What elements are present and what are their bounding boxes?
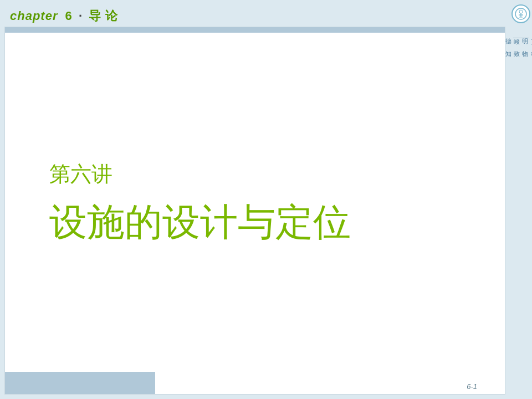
- header-nav: 导 论: [89, 9, 118, 23]
- sidebar-divider: [513, 38, 529, 38]
- chapter-word: chapter: [10, 9, 58, 23]
- slide-container: 第六讲 设施的设计与定位 6-1: [4, 27, 505, 395]
- svg-point-1: [519, 10, 523, 13]
- main-area: chapter 6 · 导 论 第六讲 设施的设计与定位 6-1: [0, 0, 510, 399]
- slide-content: 第六讲 设施的设计与定位: [5, 33, 505, 372]
- bottom-bar: [5, 372, 155, 394]
- right-sidebar: 克明峻德 格物致知: [510, 0, 532, 399]
- header-title: chapter 6 · 导 论: [10, 8, 118, 24]
- slide-main-title: 设施的设计与定位: [49, 200, 351, 245]
- page-number: 6-1: [467, 382, 477, 391]
- header: chapter 6 · 导 论: [4, 4, 505, 27]
- logo-svg: [514, 7, 528, 21]
- slide-subtitle: 第六讲: [49, 160, 112, 188]
- university-logo: [511, 4, 530, 23]
- top-bar: [5, 27, 505, 33]
- header-dot: ·: [79, 9, 83, 23]
- chapter-number: 6: [65, 9, 73, 23]
